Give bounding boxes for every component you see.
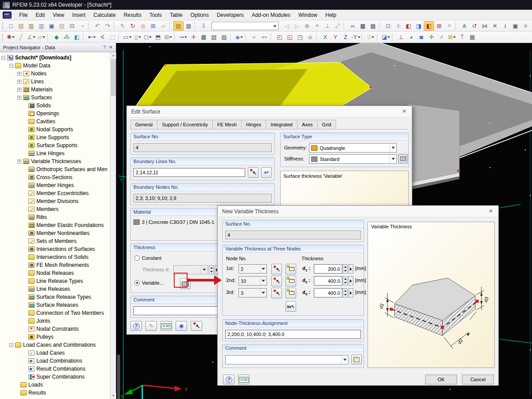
select-node-button[interactable]: ✱↖: [271, 276, 282, 286]
tree-item-sets-of-members[interactable]: Sets of Members: [0, 237, 110, 245]
print-preview-icon[interactable]: ◔: [77, 21, 87, 31]
solid-display-icon[interactable]: ◙: [416, 32, 426, 42]
project-archive-icon[interactable]: ▥: [26, 21, 36, 31]
table-grid-icon[interactable]: ▦: [184, 21, 194, 31]
select-node-button[interactable]: ✱↖: [271, 264, 282, 274]
sep[interactable]: [344, 22, 347, 30]
tree-item-line-supports[interactable]: Line Supports: [0, 133, 110, 141]
pin-view-icon[interactable]: ⊕: [302, 21, 312, 31]
tree-item-result-combinations[interactable]: Result Combinations: [0, 365, 110, 373]
tree-expander[interactable]: [23, 367, 27, 371]
info-icon[interactable]: i: [500, 21, 510, 31]
tree-expander[interactable]: [23, 168, 27, 172]
table-show-icon[interactable]: ▤: [173, 21, 184, 31]
tree-item-lines[interactable]: + Lines: [0, 78, 110, 86]
tree-expander[interactable]: [23, 255, 27, 259]
ok-button[interactable]: OK: [425, 375, 457, 384]
tree-expander[interactable]: [23, 112, 27, 116]
thickness-param-button[interactable]: [348, 264, 353, 274]
mesh-b-icon[interactable]: ▧: [209, 32, 219, 42]
opening-tool-icon[interactable]: ▯: [133, 32, 143, 42]
assignment-field[interactable]: 2,200.0; 10,400.0; 3,400.0: [225, 330, 361, 339]
tree-item-line-hinges[interactable]: Line Hinges: [0, 149, 110, 157]
undo-icon[interactable]: ↶: [92, 21, 102, 31]
menu-help[interactable]: Help: [321, 11, 340, 20]
box-icon[interactable]: ⬒: [153, 32, 163, 42]
tree-expander[interactable]: [23, 200, 27, 203]
tree-item-fe-mesh-refinements[interactable]: FE Mesh Refinements: [0, 261, 110, 269]
nav-forward-icon[interactable]: ▷: [292, 21, 302, 31]
tree-item-load-cases-and-combinations[interactable]: − Load Cases and Combinations: [0, 341, 110, 349]
tab-grid[interactable]: Grid: [317, 120, 336, 129]
settings-icon[interactable]: ▣: [510, 21, 520, 31]
tree-expander[interactable]: [23, 144, 27, 148]
tree-item-load-cases[interactable]: Load Cases: [0, 349, 110, 357]
tree-item-solids[interactable]: Solids: [0, 102, 110, 110]
tree-item-project-root[interactable]: − Schacht* [Downloads]: [0, 54, 110, 62]
project-archive-blue-icon[interactable]: ▥: [36, 21, 47, 31]
window-cascade-icon[interactable]: ▱: [158, 21, 168, 31]
tree-item-nodal-constraints[interactable]: Nodal Constraints: [0, 325, 110, 333]
menu-calculate[interactable]: Calculate: [90, 11, 120, 20]
tree-expander[interactable]: [23, 152, 27, 156]
tree-expander[interactable]: [23, 319, 27, 323]
rotate-view-icon[interactable]: ↻: [128, 21, 138, 31]
menu-options[interactable]: Options: [187, 11, 213, 20]
tab-hinges[interactable]: Hinges: [241, 120, 266, 129]
modules-icon[interactable]: ✳: [520, 21, 531, 31]
tree-expander[interactable]: [23, 215, 27, 219]
reverse-lines-button[interactable]: ↩: [261, 167, 272, 178]
panel-colors-icon[interactable]: ◕: [406, 32, 416, 42]
tree-expander[interactable]: [23, 271, 27, 275]
node-no-combo[interactable]: 10: [239, 276, 267, 286]
tree-expander[interactable]: [23, 351, 27, 355]
tree-item-openings[interactable]: Openings: [0, 110, 110, 117]
zoom-out-icon[interactable]: ◱: [285, 32, 295, 42]
sep[interactable]: [83, 33, 86, 41]
sep[interactable]: [88, 22, 91, 30]
sep[interactable]: [245, 33, 248, 41]
sep[interactable]: [270, 33, 274, 41]
tree-item-member-elastic-foundations[interactable]: Member Elastic Foundations: [0, 221, 110, 229]
boundary-lines-field[interactable]: 2,14,12,11: [133, 168, 245, 177]
menu-window[interactable]: Window: [294, 11, 321, 20]
select-objects-button[interactable]: ✱↖: [191, 321, 202, 331]
sep[interactable]: [392, 33, 395, 41]
measure-icon[interactable]: ⋔: [459, 21, 469, 31]
sep[interactable]: [362, 33, 365, 41]
menu-file[interactable]: File: [15, 11, 31, 20]
menu-developers[interactable]: Developers: [213, 11, 248, 20]
tree-item-nodal-supports[interactable]: Nodal Supports: [0, 125, 110, 133]
zoom-window-icon[interactable]: ◰: [274, 32, 285, 42]
view-x-icon[interactable]: X: [320, 32, 330, 42]
tree-item-connection-of-two-members[interactable]: Connection of Two Members: [0, 309, 110, 317]
thickness-param-button[interactable]: [348, 276, 353, 286]
tree-item-nodal-releases[interactable]: Nodal Releases: [0, 269, 110, 277]
chain-icon[interactable]: ∞: [348, 21, 358, 31]
menu-addon-modules[interactable]: Add-on Modules: [248, 11, 294, 20]
tree-item-surface-releases[interactable]: Surface Releases: [0, 301, 110, 309]
dimension-slope-icon[interactable]: ⤢: [332, 21, 343, 31]
tree-expander[interactable]: [15, 391, 19, 395]
sep[interactable]: [377, 33, 380, 41]
tree-item-load-combinations[interactable]: Load Combinations: [0, 357, 110, 365]
new-member-icon[interactable]: ◆: [51, 32, 62, 42]
sep[interactable]: [169, 22, 172, 30]
tiles-icon[interactable]: ⊞: [447, 32, 457, 42]
units-button[interactable]: 0.00: [160, 321, 172, 331]
save-icon[interactable]: ▣: [47, 21, 57, 31]
edit-pencil-icon[interactable]: ✎: [117, 21, 128, 31]
select-plane-icon[interactable]: ⌗: [444, 21, 454, 31]
sep[interactable]: [230, 33, 233, 41]
tree-expander[interactable]: [23, 287, 27, 291]
tree-expander[interactable]: −: [1, 56, 5, 60]
thickness-value-field[interactable]: 400.0: [314, 288, 342, 297]
tree-expander[interactable]: [23, 176, 27, 180]
sep[interactable]: [118, 33, 121, 41]
tab-integrated[interactable]: Integrated: [266, 120, 297, 129]
menu-edit[interactable]: Edit: [31, 11, 49, 20]
tree-item-member-hinges[interactable]: Member Hinges: [0, 181, 110, 189]
tree-item-intersections-of-surfaces[interactable]: Intersections of Surfaces: [0, 245, 110, 253]
tab-axes[interactable]: Axes: [297, 120, 317, 129]
new-window-icon[interactable]: ⊞: [148, 21, 158, 31]
